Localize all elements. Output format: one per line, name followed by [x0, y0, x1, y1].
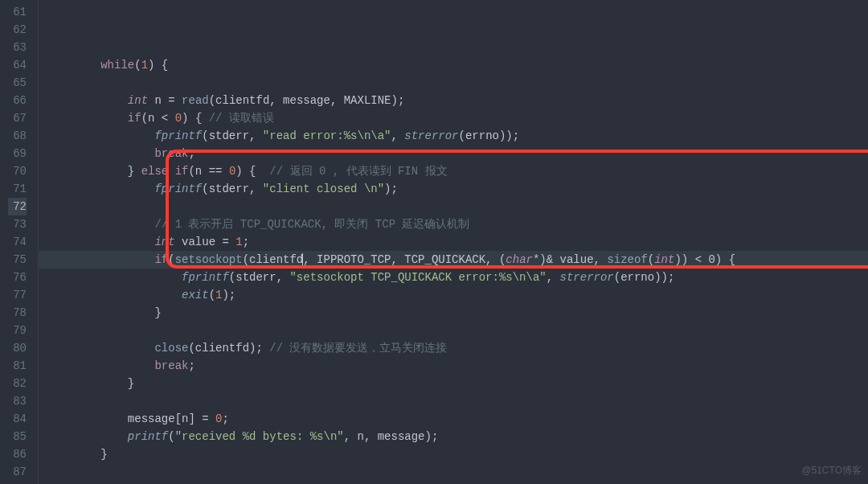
line-number: 69: [8, 145, 27, 162]
token-op: (errno));: [614, 271, 675, 284]
token-kw: while: [100, 59, 134, 72]
code-line[interactable]: [39, 481, 868, 484]
token-op: (clientfd, message, MAXLINE);: [209, 94, 405, 107]
token-fni: printf: [128, 430, 168, 443]
token-fni: fprintf: [182, 271, 229, 284]
code-area[interactable]: while(1) { int n = read(clientfd, messag…: [39, 0, 868, 484]
code-line[interactable]: }: [39, 445, 868, 463]
code-line[interactable]: if(n < 0) { // 读取错误: [39, 109, 868, 127]
line-number: 85: [8, 428, 27, 445]
token-op: (stderr,: [202, 129, 263, 142]
line-number: 72: [8, 198, 27, 215]
token-pad: [47, 218, 154, 231]
token-fni: strerror: [560, 271, 614, 284]
token-op: (: [168, 430, 174, 443]
code-line[interactable]: break;: [39, 145, 868, 162]
token-pad: [47, 377, 128, 390]
token-fni: fprintf: [154, 183, 202, 195]
token-pad: [47, 289, 182, 301]
code-line[interactable]: }: [39, 375, 868, 392]
token-num: 0: [175, 112, 182, 125]
token-str: "setsockopt TCP_QUICKACK error:%s\n\a": [289, 271, 546, 284]
token-op: (: [168, 253, 174, 266]
code-line[interactable]: fprintf(stderr, "client closed \n");: [39, 180, 868, 198]
code-line[interactable]: close(clientfd); // 没有数据要发送，立马关闭连接: [39, 339, 868, 357]
token-op: (n: [141, 112, 162, 125]
token-op: (n: [188, 165, 208, 178]
token-pad: [47, 147, 154, 160]
token-type: char: [506, 253, 533, 266]
token-op: }: [128, 377, 134, 390]
token-pad: [47, 112, 128, 125]
code-line[interactable]: fprintf(stderr, "setsockopt TCP_QUICKACK…: [39, 269, 868, 286]
token-kw: break: [154, 359, 188, 372]
token-op: *): [533, 253, 547, 266]
code-line[interactable]: } else if(n == 0) { // 返回 0 , 代表读到 FIN 报…: [39, 162, 868, 180]
code-line[interactable]: fprintf(stderr, "read error:%s\n\a", str…: [39, 127, 868, 145]
token-pad: [47, 59, 100, 72]
code-line[interactable]: int n = read(clientfd, message, MAXLINE)…: [39, 92, 868, 109]
token-fn: read: [182, 94, 209, 107]
token-op: (stderr,: [229, 271, 290, 284]
token-op: ,: [547, 271, 560, 284]
code-line[interactable]: while(1) {: [39, 56, 868, 74]
code-line[interactable]: [39, 392, 868, 410]
line-number: 66: [8, 92, 27, 109]
code-line[interactable]: // 1 表示开启 TCP_QUICKACK, 即关闭 TCP 延迟确认机制: [39, 215, 868, 233]
line-number: 63: [8, 39, 27, 56]
token-op: (clientfd: [243, 253, 304, 266]
token-pad: [47, 412, 128, 425]
token-cmt: // 1 表示开启 TCP_QUICKACK, 即关闭 TCP 延迟确认机制: [154, 218, 469, 231]
line-number: 70: [8, 162, 27, 180]
code-line[interactable]: int value = 1;: [39, 233, 868, 251]
line-number: 78: [8, 304, 27, 322]
token-op: n: [148, 94, 168, 107]
token-op: =: [168, 94, 182, 107]
token-type: int: [128, 94, 148, 107]
code-editor[interactable]: 6162636465666768697071727374757677787980…: [0, 0, 868, 484]
line-number: 77: [8, 286, 27, 304]
token-op: ;: [188, 147, 194, 160]
code-line[interactable]: if(setsockopt(clientfd, IPPROTO_TCP, TCP…: [39, 251, 868, 269]
token-op: ;: [188, 359, 194, 372]
code-line[interactable]: message[n] = 0;: [39, 410, 868, 428]
code-line[interactable]: }: [39, 304, 868, 322]
token-fni: exit: [182, 289, 209, 301]
token-op: }: [154, 306, 161, 319]
code-line[interactable]: printf("received %d bytes: %s\n", n, mes…: [39, 428, 868, 445]
token-op: (errno));: [459, 129, 520, 142]
token-op: <: [162, 112, 175, 125]
token-pad: [47, 430, 128, 443]
token-fn: setsockopt: [175, 253, 243, 266]
code-line[interactable]: exit(1);: [39, 286, 868, 304]
token-op: =: [202, 412, 215, 425]
watermark: @51CTO博客: [801, 461, 862, 479]
code-line[interactable]: [39, 74, 868, 92]
token-pad: [47, 165, 128, 178]
token-type: int: [154, 236, 174, 248]
token-op: message[n]: [128, 412, 202, 425]
code-line[interactable]: break;: [39, 357, 868, 375]
line-number: 67: [8, 109, 27, 127]
line-number-gutter: 6162636465666768697071727374757677787980…: [0, 0, 39, 484]
token-pad: [47, 342, 154, 355]
token-op: (stderr,: [202, 183, 263, 195]
code-line[interactable]: [39, 322, 868, 339]
line-number: 68: [8, 127, 27, 145]
line-number: 81: [8, 357, 27, 375]
token-op: , IPPROTO_TCP, TCP_QUICKACK, (: [303, 253, 506, 266]
token-op: ,: [594, 253, 608, 266]
token-op: ==: [209, 165, 229, 178]
code-line[interactable]: [39, 463, 868, 481]
token-str: "received %d bytes: %s\n": [175, 430, 344, 443]
token-kw: if: [128, 112, 141, 125]
token-kw: break: [154, 147, 188, 160]
line-number: 64: [8, 56, 27, 74]
line-number: 82: [8, 375, 27, 392]
token-op: ) {: [148, 59, 168, 72]
token-opul: < 0): [688, 253, 722, 266]
token-op: value: [175, 236, 223, 248]
token-pad: [47, 253, 154, 266]
code-line[interactable]: [39, 198, 868, 215]
token-fni: fprintf: [154, 129, 202, 142]
